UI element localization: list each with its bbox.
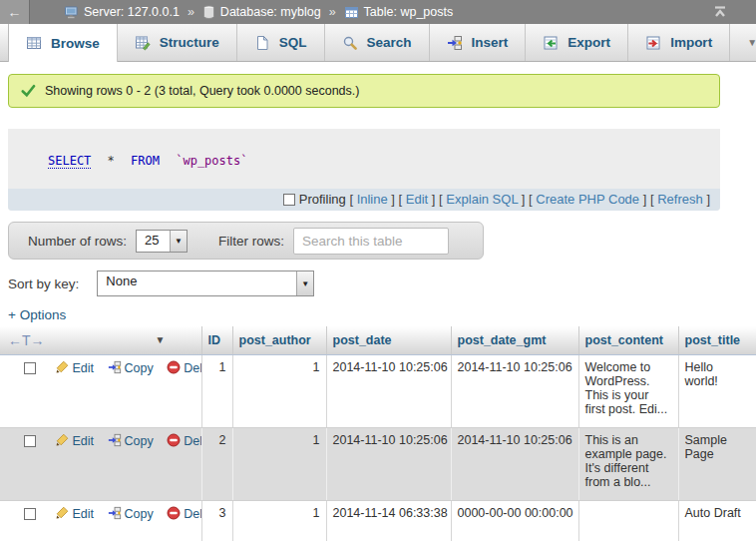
back-icon: ← bbox=[8, 4, 22, 20]
tab-search[interactable]: Search bbox=[325, 24, 430, 61]
copy-row-icon[interactable] bbox=[108, 360, 122, 374]
tab-import-label: Import bbox=[670, 35, 712, 50]
explain-sql-link[interactable]: Explain SQL bbox=[446, 192, 518, 207]
column-header-post-title[interactable]: post_title bbox=[678, 326, 756, 354]
edit-pencil-icon[interactable] bbox=[55, 433, 69, 447]
bracket: [ bbox=[529, 192, 533, 207]
sql-query-text: SELECT * FROM `wp_posts` bbox=[8, 129, 720, 189]
bracket: [ bbox=[349, 192, 353, 207]
column-header-post-date-gmt[interactable]: post_date_gmt bbox=[451, 326, 578, 354]
edit-query-link[interactable]: Edit bbox=[406, 192, 428, 207]
bracket: ] bbox=[643, 192, 647, 207]
cell-post-author: 1 bbox=[232, 500, 326, 541]
row-actions-header: ←T→ ▼ bbox=[0, 326, 201, 354]
with-selected-dropdown-icon[interactable]: ▼ bbox=[156, 334, 166, 345]
row-checkbox[interactable] bbox=[24, 435, 36, 447]
cell-id: 3 bbox=[201, 500, 232, 541]
refresh-link[interactable]: Refresh bbox=[657, 192, 703, 207]
delete-icon[interactable] bbox=[167, 433, 181, 447]
column-header-id[interactable]: ID bbox=[201, 326, 232, 354]
insert-icon bbox=[447, 35, 463, 51]
table-header-row: ←T→ ▼ ID post_author post_date post_date… bbox=[0, 326, 756, 354]
breadcrumb-server[interactable]: Server: 127.0.0.1 bbox=[64, 5, 180, 20]
bracket: ] bbox=[432, 192, 436, 207]
profiling-checkbox[interactable] bbox=[283, 194, 295, 206]
database-icon bbox=[202, 5, 215, 20]
delete-link[interactable]: Delete bbox=[184, 361, 201, 375]
cell-post-date-gmt: 0000-00-00 00:00:00 bbox=[451, 500, 578, 541]
copy-link[interactable]: Copy bbox=[125, 434, 154, 448]
bracket: [ bbox=[439, 192, 443, 207]
breadcrumb-separator: » bbox=[188, 5, 194, 19]
copy-row-icon[interactable] bbox=[108, 433, 122, 447]
inline-link[interactable]: Inline bbox=[357, 192, 388, 207]
copy-link[interactable]: Copy bbox=[125, 507, 154, 521]
tab-import[interactable]: Import bbox=[628, 24, 730, 61]
row-actions-cell: Edit Copy Delete bbox=[0, 500, 201, 541]
tab-structure[interactable]: Structure bbox=[118, 24, 237, 61]
tab-insert[interactable]: Insert bbox=[430, 24, 527, 61]
edit-pencil-icon[interactable] bbox=[55, 506, 69, 520]
cell-post-date: 2014-11-10 10:25:06 bbox=[326, 354, 451, 427]
delete-icon[interactable] bbox=[167, 360, 181, 374]
cell-post-date: 2014-11-14 06:33:38 bbox=[326, 500, 451, 541]
row-actions-cell: Edit Copy Delete bbox=[0, 427, 201, 500]
row-checkbox[interactable] bbox=[24, 508, 36, 520]
column-header-post-date[interactable]: post_date bbox=[326, 326, 451, 354]
options-toggle-link[interactable]: + Options bbox=[8, 307, 66, 322]
column-header-post-author[interactable]: post_author bbox=[232, 326, 326, 354]
cell-post-author: 1 bbox=[232, 427, 326, 500]
structure-icon bbox=[135, 35, 151, 51]
delete-link[interactable]: Delete bbox=[184, 507, 201, 521]
table-row: Edit Copy Delete 3 1 2014-11-14 06:33:38… bbox=[0, 500, 756, 541]
copy-link[interactable]: Copy bbox=[125, 361, 154, 375]
filter-rows-input[interactable] bbox=[293, 228, 449, 255]
import-icon bbox=[645, 35, 661, 51]
breadcrumb-database[interactable]: Database: myblog bbox=[202, 5, 321, 20]
bracket: [ bbox=[399, 192, 403, 207]
sort-by-key-select[interactable]: None ▼ bbox=[97, 270, 314, 296]
cell-post-content: Welcome to WordPress. This is your first… bbox=[578, 354, 678, 427]
edit-link[interactable]: Edit bbox=[72, 361, 94, 375]
tab-export[interactable]: Export bbox=[526, 24, 628, 61]
cell-post-content: This is an example page. It's different … bbox=[578, 427, 678, 500]
delete-link[interactable]: Delete bbox=[184, 434, 201, 448]
edit-link[interactable]: Edit bbox=[72, 434, 94, 448]
cell-post-title: Hello world! bbox=[678, 354, 756, 427]
edit-pencil-icon[interactable] bbox=[55, 360, 69, 374]
tab-more[interactable]: ▼ More bbox=[730, 24, 756, 61]
status-message-text: Showing rows 0 - 2 (3 total, Query took … bbox=[45, 84, 359, 98]
create-php-code-link[interactable]: Create PHP Code bbox=[536, 192, 639, 207]
sql-keyword-select[interactable]: SELECT bbox=[48, 154, 91, 169]
number-of-rows-select[interactable]: 25 ▼ bbox=[136, 230, 188, 253]
sql-icon bbox=[254, 35, 270, 51]
cell-id: 2 bbox=[201, 427, 232, 500]
tab-browse[interactable]: Browse bbox=[8, 24, 118, 62]
cell-post-date-gmt: 2014-11-10 10:25:06 bbox=[451, 354, 578, 427]
success-check-icon bbox=[21, 84, 36, 98]
collapse-icon[interactable] bbox=[712, 5, 728, 19]
table-row: Edit Copy Delete 2 1 2014-11-10 10:25:06… bbox=[0, 427, 756, 500]
vertical-display-icon[interactable]: ←T→ bbox=[8, 332, 45, 348]
cell-post-title: Sample Page bbox=[678, 427, 756, 500]
breadcrumb-table[interactable]: Table: wp_posts bbox=[344, 5, 454, 20]
breadcrumb-server-label: Server: 127.0.0.1 bbox=[84, 5, 180, 19]
delete-icon[interactable] bbox=[167, 506, 181, 520]
breadcrumb-table-label: Table: wp_posts bbox=[364, 5, 454, 19]
row-actions-cell: Edit Copy Delete bbox=[0, 354, 201, 427]
cell-post-content bbox=[578, 500, 678, 541]
bracket: ] bbox=[391, 192, 395, 207]
breadcrumb-separator: » bbox=[329, 5, 336, 19]
cell-post-date: 2014-11-10 10:25:06 bbox=[326, 427, 451, 500]
copy-row-icon[interactable] bbox=[108, 506, 122, 520]
profiling-label: Profiling bbox=[299, 192, 346, 207]
back-button[interactable]: ← bbox=[0, 0, 30, 24]
sort-by-key-label: Sort by key: bbox=[8, 276, 79, 291]
edit-link[interactable]: Edit bbox=[72, 507, 94, 521]
tab-sql[interactable]: SQL bbox=[237, 24, 325, 61]
column-header-post-content[interactable]: post_content bbox=[578, 326, 678, 354]
row-checkbox[interactable] bbox=[24, 362, 36, 374]
tab-browse-label: Browse bbox=[51, 36, 100, 51]
breadcrumb-bar: ← Server: 127.0.0.1 » Database: myblog »… bbox=[0, 0, 756, 24]
tab-bar: Browse Structure SQL Search Insert Expor… bbox=[0, 24, 756, 62]
